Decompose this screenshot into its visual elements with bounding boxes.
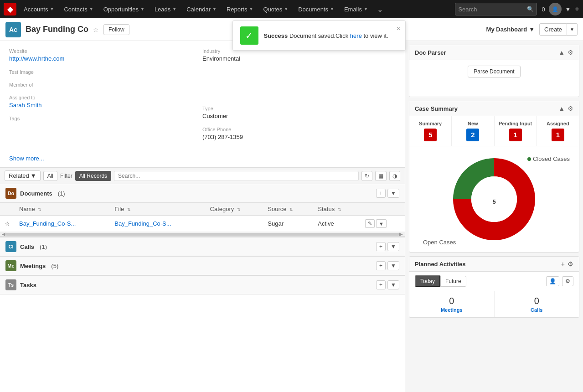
documents-col-source[interactable]: Source ⇅: [263, 203, 313, 216]
documents-subpanel-actions: + ▼: [376, 189, 399, 198]
case-count-pending: Pending Input 1: [495, 116, 537, 146]
avatar-caret-icon[interactable]: ▼: [565, 6, 571, 13]
meetings-subpanel-header[interactable]: Me Meetings (5) + ▼: [0, 256, 405, 275]
calls-add-button[interactable]: +: [376, 242, 386, 251]
doc-parser-widget: Doc Parser ▲ ⚙ Parse Document: [409, 45, 579, 97]
scroll-right-arrow[interactable]: ▶: [399, 232, 403, 237]
case-summary-settings-button[interactable]: ⚙: [568, 105, 573, 112]
favorite-star-icon[interactable]: ☆: [93, 26, 99, 33]
meetings-count: (5): [51, 263, 58, 269]
opportunities-caret-icon: ▼: [140, 7, 144, 11]
calls-subpanel-title: Calls: [20, 243, 34, 250]
tasks-subpanel-header[interactable]: Ts Tasks + ▼: [0, 275, 405, 294]
grid-view-button[interactable]: ▦: [375, 171, 387, 181]
tasks-add-button[interactable]: +: [376, 280, 386, 289]
show-more-link[interactable]: Show more...: [0, 155, 405, 167]
documents-col-name[interactable]: Name ⇅: [15, 203, 110, 216]
case-summary-collapse-button[interactable]: ▲: [558, 105, 565, 112]
emails-caret-icon: ▼: [364, 7, 368, 11]
row-more-button[interactable]: ▼: [376, 219, 387, 228]
tab-future[interactable]: Future: [440, 276, 466, 287]
row-star[interactable]: ☆: [0, 216, 15, 232]
closed-cases-legend-dot: [527, 157, 531, 161]
nav-more-button[interactable]: ⌄: [373, 5, 387, 14]
activities-gear-icon-button[interactable]: ⚙: [562, 276, 573, 286]
horizontal-scrollbar[interactable]: ◀ ▶: [0, 232, 405, 237]
edit-row-button[interactable]: ✎: [365, 219, 375, 228]
nav-item-contacts[interactable]: Contacts ▼: [59, 0, 98, 18]
list-view-button[interactable]: ◑: [389, 171, 400, 181]
toast-message: Success Document saved.Click here to vie…: [264, 32, 388, 39]
nav-item-emails[interactable]: Emails ▼: [340, 0, 372, 18]
documents-subpanel-header: Do Documents (1) + ▼: [0, 184, 405, 203]
notification-badge[interactable]: 0: [542, 6, 545, 13]
activities-stats: 0 Meetings 0 Calls: [409, 291, 579, 317]
scroll-thumb[interactable]: [5, 233, 399, 236]
tasks-more-button[interactable]: ▼: [387, 280, 399, 289]
doc-parser-settings-button[interactable]: ⚙: [568, 49, 573, 56]
add-button[interactable]: +: [574, 5, 579, 14]
doc-name-link[interactable]: Bay_Funding_Co-S...: [19, 220, 76, 227]
nav-item-reports[interactable]: Reports ▼: [222, 0, 258, 18]
row-status: Active: [313, 216, 361, 232]
case-assigned-label: Assigned: [541, 121, 575, 126]
website-value[interactable]: http://www.hrthe.com: [9, 55, 202, 62]
user-avatar[interactable]: 👤: [549, 3, 562, 15]
parse-document-button[interactable]: Parse Document: [468, 66, 520, 77]
open-cases-legend: Open Cases: [423, 239, 456, 246]
accounts-caret-icon: ▼: [50, 7, 54, 11]
documents-col-actions: [361, 203, 405, 216]
planned-activities-add-button[interactable]: +: [561, 260, 565, 268]
documents-more-button[interactable]: ▼: [387, 189, 399, 198]
calls-count: (1): [40, 243, 47, 250]
doc-file-link[interactable]: Bay_Funding_Co-S...: [114, 220, 171, 227]
follow-button[interactable]: Follow: [103, 24, 129, 35]
documents-col-status[interactable]: Status ⇅: [313, 203, 361, 216]
create-button[interactable]: Create: [539, 23, 567, 36]
activities-people-icon-button[interactable]: 👤: [546, 276, 559, 286]
success-toast: ✓ Success Document saved.Click here to v…: [232, 21, 406, 51]
nav-item-quotes[interactable]: Quotes ▼: [258, 0, 293, 18]
dashboard-selector[interactable]: My Dashboard ▼: [486, 26, 535, 33]
all-records-button[interactable]: All Records: [75, 171, 111, 181]
meetings-add-button[interactable]: +: [376, 261, 386, 270]
case-count-summary: Summary 5: [409, 116, 452, 146]
related-search-input[interactable]: [114, 171, 359, 181]
tab-today[interactable]: Today: [415, 275, 440, 287]
nav-item-calendar[interactable]: Calendar ▼: [182, 0, 221, 18]
industry-value: Environmental: [202, 55, 396, 62]
calls-stat: 0 Calls: [495, 291, 579, 317]
calls-more-button[interactable]: ▼: [387, 242, 399, 251]
toast-close-button[interactable]: ×: [396, 25, 400, 33]
create-dropdown-button[interactable]: ▼: [567, 23, 578, 36]
global-search-box[interactable]: 🔍: [455, 3, 537, 15]
planned-activities-settings-button[interactable]: ⚙: [568, 260, 573, 268]
all-button[interactable]: All: [43, 171, 57, 181]
meetings-label[interactable]: Meetings: [414, 307, 490, 313]
doc-parser-collapse-button[interactable]: ▲: [558, 49, 565, 56]
nav-item-documents[interactable]: Documents ▼: [294, 0, 339, 18]
member-of-label: Member of: [9, 82, 202, 88]
nav-item-opportunities[interactable]: Opportunities ▼: [99, 0, 149, 18]
nav-item-leads[interactable]: Leads ▼: [150, 0, 181, 18]
case-count-assigned: Assigned 1: [537, 116, 579, 146]
calls-subpanel-header[interactable]: Cl Calls (1) + ▼: [0, 237, 405, 256]
scroll-left-arrow[interactable]: ◀: [2, 232, 5, 237]
documents-col-file[interactable]: File ⇅: [110, 203, 205, 216]
related-button[interactable]: Related ▼: [5, 170, 41, 181]
search-input[interactable]: [458, 6, 527, 13]
documents-add-button[interactable]: +: [376, 189, 386, 198]
tasks-subpanel-icon: Ts: [5, 279, 16, 290]
documents-col-category[interactable]: Category ⇅: [206, 203, 263, 216]
row-source: Sugar: [263, 216, 313, 232]
planned-activities-header: Planned Activities + ⚙: [409, 257, 579, 272]
nav-right-section: 0 👤 ▼ +: [542, 3, 579, 15]
calls-label[interactable]: Calls: [499, 307, 575, 313]
nav-item-accounts[interactable]: Accounts ▼: [19, 0, 58, 18]
refresh-button[interactable]: ↻: [361, 171, 372, 181]
table-row: ☆ Bay_Funding_Co-S... Bay_Funding_Co-S..…: [0, 216, 405, 232]
app-logo[interactable]: ◆: [4, 3, 16, 15]
assigned-to-value[interactable]: Sarah Smith: [9, 102, 202, 108]
toast-link[interactable]: here: [350, 32, 362, 39]
meetings-more-button[interactable]: ▼: [387, 261, 399, 270]
